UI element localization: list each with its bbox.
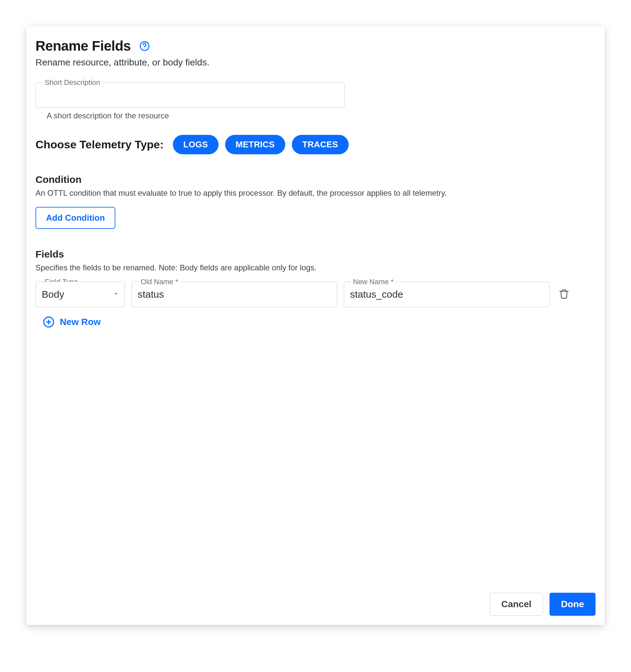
scrollbar-track [600,38,602,585]
telemetry-label: Choose Telemetry Type: [35,138,164,151]
condition-desc: An OTTL condition that must evaluate to … [35,189,598,198]
field-type-select[interactable] [35,282,125,307]
svg-point-1 [144,48,145,49]
help-icon[interactable] [140,41,150,51]
field-type-col: Field Type [35,282,125,307]
fields-row: Field Type Old Name * [35,282,598,307]
trash-icon [558,296,570,301]
row-action-col [556,282,572,307]
telemetry-row: Choose Telemetry Type: LOGS METRICS TRAC… [35,135,598,154]
fields-desc: Specifies the fields to be renamed. Note… [35,263,598,272]
telemetry-chip-logs[interactable]: LOGS [173,135,219,154]
add-row-button[interactable]: New Row [41,316,103,328]
telemetry-chip-traces[interactable]: TRACES [292,135,349,154]
dialog-body: Rename Fields Rename resource, attribute… [26,26,605,585]
short-description-label: Short Description [43,78,102,87]
title-row: Rename Fields [35,38,598,54]
old-name-label: Old Name * [139,278,180,286]
dialog-title: Rename Fields [35,38,131,54]
add-row-label: New Row [60,317,101,327]
old-name-col: Old Name * [131,282,337,307]
short-description-field: Short Description [35,82,345,108]
add-condition-button[interactable]: Add Condition [35,207,115,229]
done-button[interactable]: Done [550,593,596,616]
plus-circle-icon [43,316,55,328]
new-name-col: New Name * [344,282,550,307]
fields-title: Fields [35,249,598,260]
condition-title: Condition [35,174,598,185]
dialog-rename-fields: Rename Fields Rename resource, attribute… [26,26,605,625]
cancel-button[interactable]: Cancel [490,593,543,616]
new-name-label: New Name * [351,278,395,286]
short-description-helper: A short description for the resource [47,111,598,120]
fields-section: Fields Specifies the fields to be rename… [35,249,598,329]
telemetry-chips: LOGS METRICS TRACES [173,135,349,154]
delete-row-button[interactable] [556,287,572,303]
telemetry-chip-metrics[interactable]: METRICS [225,135,285,154]
condition-section: Condition An OTTL condition that must ev… [35,174,598,229]
dialog-footer: Cancel Done [26,585,605,625]
dialog-subtitle: Rename resource, attribute, or body fiel… [35,57,598,68]
scrollbar-thumb[interactable] [600,38,602,97]
